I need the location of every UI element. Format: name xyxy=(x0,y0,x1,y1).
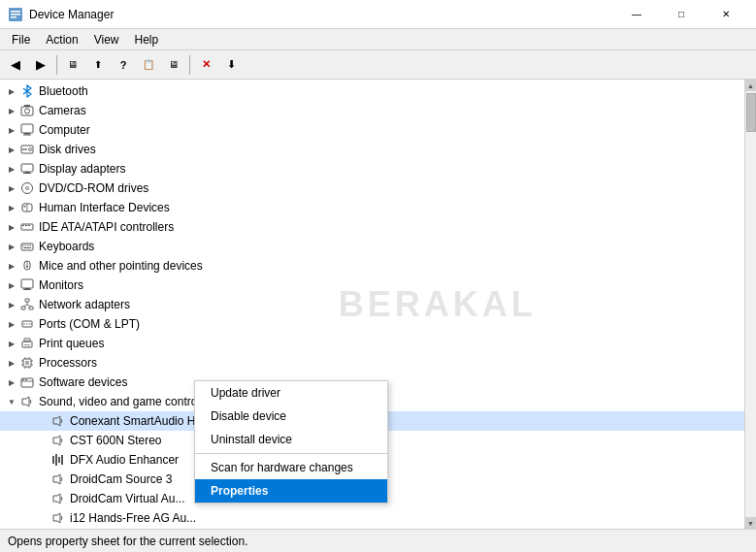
tree-label-ports: Ports (COM & LPT) xyxy=(39,317,140,331)
sound-video-icon xyxy=(19,394,35,409)
svg-rect-2 xyxy=(11,14,20,16)
tree-item-keyboards[interactable]: Keyboards xyxy=(0,237,744,256)
toolbar-update[interactable]: ⬆ xyxy=(86,53,110,77)
svg-point-17 xyxy=(22,183,33,194)
tree-item-monitors[interactable]: Monitors xyxy=(0,276,744,295)
toolbar-display[interactable]: 🖥 xyxy=(162,53,185,77)
toolbar-separator-1 xyxy=(56,55,57,75)
expand-monitors[interactable] xyxy=(4,277,19,293)
expand-keyboards[interactable] xyxy=(4,239,19,254)
menu-help[interactable]: Help xyxy=(127,31,167,49)
main-content: BERAKAL Bluetooth Cameras Computer xyxy=(0,80,756,529)
expand-droidcam-source xyxy=(35,471,50,487)
title-bar-title: Device Manager xyxy=(29,8,614,21)
expand-ide[interactable] xyxy=(4,219,19,235)
tree-item-ports[interactable]: Ports (COM & LPT) xyxy=(0,314,744,334)
toolbar-back[interactable]: ◀ xyxy=(4,53,27,77)
tree-item-disk-drives[interactable]: Disk drives xyxy=(0,140,744,159)
svg-rect-51 xyxy=(24,346,30,347)
svg-rect-37 xyxy=(23,289,31,290)
tree-label-hid: Human Interface Devices xyxy=(39,201,170,214)
tree-item-i12-handsfree[interactable]: i12 Hands-Free AG Au... xyxy=(0,508,744,528)
expand-cameras[interactable] xyxy=(4,103,19,118)
svg-marker-66 xyxy=(22,397,29,406)
toolbar-scan[interactable]: ✕ xyxy=(194,53,217,77)
tree-item-computer[interactable]: Computer xyxy=(0,120,744,140)
conexant-icon xyxy=(50,413,66,429)
ide-icon xyxy=(19,219,35,235)
svg-rect-24 xyxy=(25,225,27,226)
tree-item-display-adapters[interactable]: Display adapters xyxy=(0,159,744,179)
toolbar-resources[interactable]: 📋 xyxy=(137,53,160,77)
tree-item-cameras[interactable]: Cameras xyxy=(0,101,744,120)
svg-rect-50 xyxy=(24,344,30,345)
expand-software-devices[interactable] xyxy=(4,374,19,390)
svg-rect-7 xyxy=(24,105,30,107)
svg-rect-71 xyxy=(58,457,60,463)
close-button[interactable]: ✕ xyxy=(704,0,748,29)
svg-marker-73 xyxy=(53,474,60,484)
svg-rect-28 xyxy=(25,245,27,246)
toolbar-properties[interactable]: 🖥 xyxy=(61,53,84,77)
ctx-uninstall-device[interactable]: Uninstall device xyxy=(195,428,387,451)
expand-disk-drives[interactable] xyxy=(4,142,19,157)
tree-item-network[interactable]: Network adapters xyxy=(0,295,744,314)
tree-item-mice[interactable]: Mice and other pointing devices xyxy=(0,256,744,276)
expand-i12-handsfree xyxy=(35,510,50,526)
expand-hid[interactable] xyxy=(4,200,19,215)
cst600n-icon xyxy=(50,433,66,448)
menu-view[interactable]: View xyxy=(86,31,127,49)
tree-label-droidcam-virtual: DroidCam Virtual Au... xyxy=(70,492,185,505)
tree-label-cst600n: CST 600N Stereo xyxy=(70,434,162,447)
keyboards-icon xyxy=(19,239,35,254)
expand-network[interactable] xyxy=(4,297,19,312)
tree-label-software-devices: Software devices xyxy=(39,375,127,389)
svg-rect-38 xyxy=(25,299,29,302)
scrollbar-up[interactable]: ▲ xyxy=(745,80,757,91)
expand-sound-video[interactable] xyxy=(4,394,19,409)
expand-mice[interactable] xyxy=(4,258,19,274)
minimize-button[interactable]: — xyxy=(614,0,659,29)
menu-file[interactable]: File xyxy=(4,31,38,49)
network-icon xyxy=(19,297,35,312)
scrollbar-thumb[interactable] xyxy=(746,93,756,132)
scrollbar[interactable]: ▲ ▼ xyxy=(744,80,756,529)
tree-item-processors[interactable]: Processors xyxy=(0,353,744,373)
expand-ports[interactable] xyxy=(4,316,19,332)
tree-item-bluetooth[interactable]: Bluetooth xyxy=(0,81,744,101)
tree-label-conexant: Conexant SmartAudio HD xyxy=(70,414,204,428)
expand-display-adapters[interactable] xyxy=(4,161,19,177)
tree-label-bluetooth: Bluetooth xyxy=(39,84,88,98)
expand-print-queues[interactable] xyxy=(4,336,19,351)
menu-action[interactable]: Action xyxy=(38,31,85,49)
ctx-scan-hardware[interactable]: Scan for hardware changes xyxy=(195,456,387,479)
tree-label-monitors: Monitors xyxy=(39,278,83,292)
tree-item-hid[interactable]: Human Interface Devices xyxy=(0,198,744,217)
tree-label-sound-video: Sound, video and game controllers xyxy=(39,395,218,408)
expand-computer[interactable] xyxy=(4,122,19,138)
svg-rect-10 xyxy=(23,135,31,136)
svg-rect-3 xyxy=(11,16,16,18)
scrollbar-down[interactable]: ▼ xyxy=(745,517,757,529)
ctx-update-driver[interactable]: Update driver xyxy=(195,381,387,405)
tree-item-dvd-cd[interactable]: DVD/CD-ROM drives xyxy=(0,179,744,198)
expand-bluetooth[interactable] xyxy=(4,83,19,99)
expand-processors[interactable] xyxy=(4,355,19,371)
tree-item-print-queues[interactable]: Print queues xyxy=(0,334,744,353)
toolbar: ◀ ▶ 🖥 ⬆ ? 📋 🖥 ✕ ⬇ xyxy=(0,50,756,80)
toolbar-separator-2 xyxy=(189,55,190,75)
expand-dvd-cd[interactable] xyxy=(4,180,19,196)
toolbar-forward[interactable]: ▶ xyxy=(29,53,52,77)
svg-point-18 xyxy=(26,187,29,190)
maximize-button[interactable]: □ xyxy=(659,0,704,29)
toolbar-add[interactable]: ⬇ xyxy=(219,53,243,77)
svg-rect-25 xyxy=(28,225,30,226)
ctx-properties[interactable]: Properties xyxy=(195,479,387,503)
svg-rect-1 xyxy=(11,11,20,13)
toolbar-help[interactable]: ? xyxy=(112,53,135,77)
svg-point-34 xyxy=(26,266,28,268)
ctx-disable-device[interactable]: Disable device xyxy=(195,405,387,428)
ports-icon xyxy=(19,316,35,332)
tree-item-i12-stereo[interactable]: i12 Stereo xyxy=(0,528,744,529)
tree-item-ide[interactable]: IDE ATA/ATAPI controllers xyxy=(0,217,744,237)
